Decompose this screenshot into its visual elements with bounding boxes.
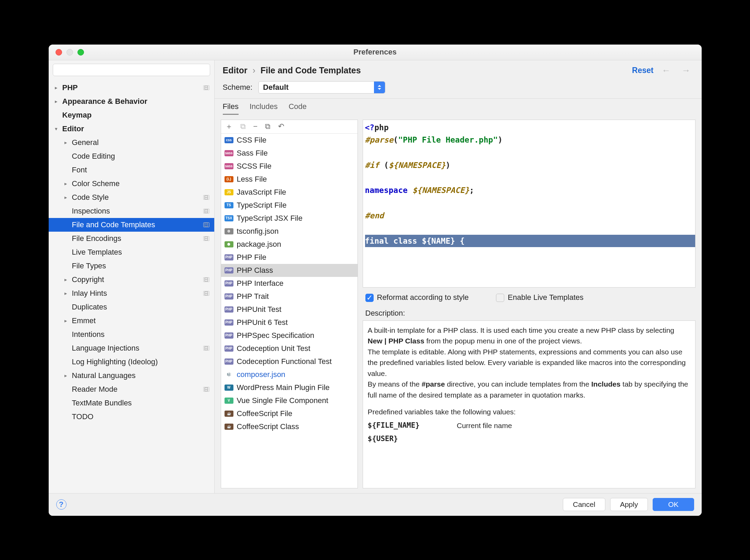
reformat-checkbox[interactable]: ✓Reformat according to style: [365, 293, 469, 302]
tab[interactable]: Files: [223, 102, 239, 115]
filetype-icon: PHP: [225, 254, 233, 260]
breadcrumb: Editor › File and Code Templates: [223, 65, 627, 75]
sidebar-item-label: Intentions: [72, 330, 105, 339]
template-list-item[interactable]: PHPPHP Trait: [221, 290, 358, 303]
copy-template-icon[interactable]: ⧉: [265, 122, 270, 131]
sidebar-item[interactable]: ▸General: [49, 136, 214, 149]
template-name: CSS File: [237, 136, 267, 145]
template-list-item[interactable]: 🎼composer.json: [221, 368, 358, 381]
filetype-icon: PHP: [225, 267, 233, 273]
sidebar-item[interactable]: File Encodings⊟: [49, 232, 214, 245]
template-list-item[interactable]: JSJavaScript File: [221, 186, 358, 199]
sidebar-item[interactable]: File and Code Templates⊟: [49, 218, 214, 232]
settings-tree[interactable]: ▸PHP⊟▸Appearance & BehaviorKeymap▾Editor…: [49, 80, 214, 493]
template-list-item[interactable]: {L}Less File: [221, 173, 358, 186]
template-name: composer.json: [237, 370, 286, 379]
variable-name: ${USER}: [368, 434, 443, 445]
variable-name: ${FILE_NAME}: [368, 420, 443, 431]
sidebar-item-label: File and Code Templates: [72, 220, 155, 229]
template-list-item[interactable]: sassSass File: [221, 147, 358, 160]
filetype-icon: PHP: [225, 345, 233, 352]
template-list-item[interactable]: PHPPHP Interface: [221, 277, 358, 290]
sidebar-item-label: Color Scheme: [72, 179, 120, 188]
filetype-icon: sass: [225, 163, 233, 169]
sidebar-item[interactable]: Live Templates: [49, 245, 214, 259]
template-list-item[interactable]: PHPCodeception Functional Test: [221, 355, 358, 368]
template-list-item[interactable]: ⚙tsconfig.json: [221, 225, 358, 238]
filetype-icon: TS: [225, 202, 233, 208]
template-list-item[interactable]: PHPPHPSpec Specification: [221, 329, 358, 342]
sidebar-item[interactable]: File Types: [49, 259, 214, 273]
add-template-icon[interactable]: ＋: [225, 121, 233, 132]
sidebar-item[interactable]: Code Editing: [49, 149, 214, 163]
chevron-right-icon: ›: [250, 65, 258, 75]
template-list-item[interactable]: ☕CoffeeScript Class: [221, 420, 358, 433]
sidebar-item[interactable]: ▸Inlay Hints⊟: [49, 287, 214, 300]
template-name: PHP File: [237, 253, 266, 262]
template-list-item[interactable]: WWordPress Main Plugin File: [221, 381, 358, 394]
sidebar-item[interactable]: Inspections⊟: [49, 204, 214, 218]
filetype-icon: PHP: [225, 280, 233, 287]
chevron-icon: ▸: [55, 85, 60, 91]
template-list-item[interactable]: PHPPHP Class: [221, 264, 358, 277]
sidebar-item[interactable]: ▸Code Style⊟: [49, 191, 214, 204]
sidebar-item-label: Appearance & Behavior: [62, 97, 147, 106]
scope-icon: ⊟: [203, 346, 209, 351]
sidebar-item[interactable]: Language Injections⊟: [49, 341, 214, 355]
sidebar-item[interactable]: Duplicates: [49, 300, 214, 314]
reset-link[interactable]: Reset: [632, 66, 654, 75]
template-name: WordPress Main Plugin File: [237, 383, 330, 392]
enable-live-templates-checkbox[interactable]: Enable Live Templates: [496, 293, 583, 302]
tab[interactable]: Includes: [250, 102, 278, 115]
sidebar-item[interactable]: ▸PHP⊟: [49, 81, 214, 95]
ok-button[interactable]: OK: [653, 498, 694, 511]
template-list-item[interactable]: PHPPHPUnit Test: [221, 303, 358, 316]
template-list-item[interactable]: TSXTypeScript JSX File: [221, 212, 358, 225]
sidebar-item[interactable]: Intentions: [49, 328, 214, 341]
sidebar-item[interactable]: ▸Emmet: [49, 314, 214, 328]
sidebar-item-label: Editor: [62, 124, 84, 133]
add-child-template-icon[interactable]: ⧉: [240, 122, 246, 131]
cancel-button[interactable]: Cancel: [563, 498, 605, 511]
sidebar-item-label: Code Style: [72, 193, 109, 202]
filetype-icon: PHP: [225, 332, 233, 339]
sidebar-item[interactable]: TextMate Bundles: [49, 396, 214, 410]
scheme-select[interactable]: Default: [258, 81, 385, 94]
template-name: Sass File: [237, 149, 268, 158]
apply-button[interactable]: Apply: [610, 498, 648, 511]
template-name: TypeScript JSX File: [237, 214, 303, 223]
template-name: package.json: [237, 240, 281, 249]
template-editor[interactable]: <?php #parse("PHP File Header.php") #if …: [363, 120, 695, 288]
sidebar-item[interactable]: Keymap: [49, 108, 214, 122]
tab[interactable]: Code: [289, 102, 307, 115]
template-list[interactable]: cssCSS FilesassSass FilesassSCSS File{L}…: [221, 134, 358, 488]
template-list-item[interactable]: PHPPHPUnit 6 Test: [221, 316, 358, 329]
sidebar-item[interactable]: Log Highlighting (Ideolog): [49, 355, 214, 369]
sidebar-item[interactable]: ▸Natural Languages: [49, 369, 214, 382]
template-list-item[interactable]: VVue Single File Component: [221, 394, 358, 407]
template-list-item[interactable]: ☕CoffeeScript File: [221, 407, 358, 420]
template-name: PHPUnit 6 Test: [237, 318, 288, 327]
template-list-item[interactable]: PHPPHP File: [221, 251, 358, 264]
sidebar-item[interactable]: ▸Color Scheme: [49, 177, 214, 191]
template-list-item[interactable]: sassSCSS File: [221, 160, 358, 173]
sidebar-item[interactable]: Reader Mode⊟: [49, 382, 214, 396]
filetype-icon: ☕: [225, 411, 233, 417]
template-list-item[interactable]: TSTypeScript File: [221, 199, 358, 212]
search-input[interactable]: [53, 64, 210, 76]
template-name: Less File: [237, 175, 267, 184]
template-list-item[interactable]: ⬢package.json: [221, 238, 358, 251]
filetype-icon: PHP: [225, 293, 233, 300]
scope-icon: ⊟: [203, 85, 209, 90]
filetype-icon: W: [225, 385, 233, 391]
sidebar-item[interactable]: ▾Editor: [49, 122, 214, 136]
sidebar-item[interactable]: ▸Appearance & Behavior: [49, 95, 214, 108]
sidebar-item[interactable]: ▸Copyright⊟: [49, 273, 214, 287]
template-list-item[interactable]: cssCSS File: [221, 134, 358, 147]
template-list-item[interactable]: PHPCodeception Unit Test: [221, 342, 358, 355]
sidebar-item[interactable]: TODO: [49, 410, 214, 424]
remove-template-icon[interactable]: −: [253, 122, 258, 131]
sidebar-item[interactable]: Font: [49, 163, 214, 177]
help-icon[interactable]: ?: [56, 499, 66, 510]
revert-template-icon[interactable]: ↶: [278, 122, 284, 131]
